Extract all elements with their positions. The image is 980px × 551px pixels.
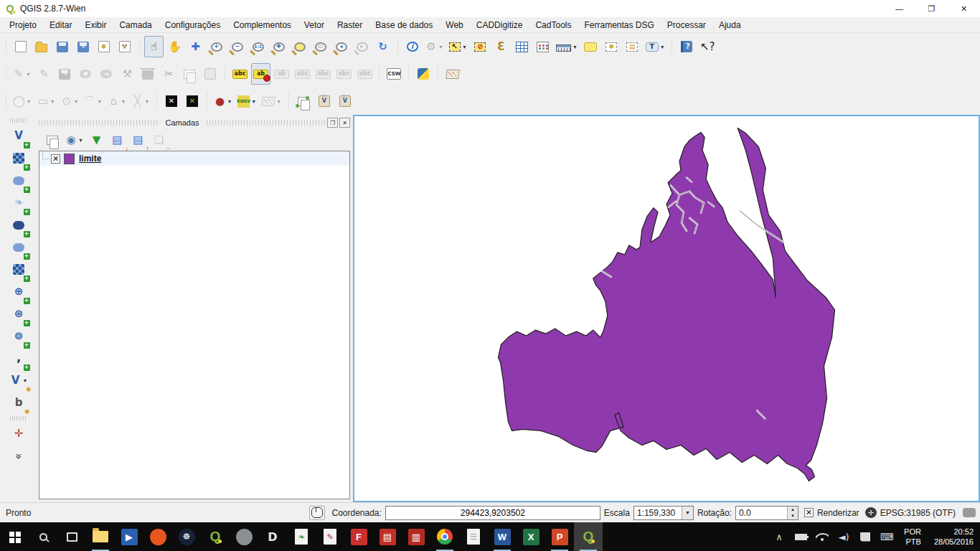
- manage-layer-visibility-button[interactable]: ◉▼: [63, 129, 85, 151]
- new-shapefile-layer-dropdown-icon[interactable]: ▼: [23, 378, 28, 383]
- add-spatialite-layer-button[interactable]: ❧+: [9, 192, 29, 214]
- rotation-up-icon[interactable]: ▲: [788, 507, 798, 513]
- touch-zoom-and-pan-button[interactable]: ☝: [144, 36, 164, 57]
- show-bookmarks-button[interactable]: ▤: [623, 36, 642, 57]
- zoom-native-resolution-button[interactable]: 1:1: [248, 36, 268, 57]
- draftsight[interactable]: D: [258, 522, 287, 551]
- panel-float-icon[interactable]: ❐: [327, 118, 338, 128]
- menu-base-de-dados[interactable]: Base de dados: [369, 19, 439, 32]
- tray-chevron[interactable]: ∧: [768, 532, 790, 542]
- add-delimited-text-layer-button[interactable]: ,+: [9, 347, 29, 369]
- render-checkbox[interactable]: ✕: [804, 508, 814, 517]
- composer-manager-button[interactable]: ⚒: [115, 36, 134, 57]
- tray-battery[interactable]: [790, 534, 811, 540]
- tray-keyboard[interactable]: ⌨: [876, 532, 897, 542]
- dsg-map-tool-button[interactable]: [443, 63, 463, 85]
- scale-dropdown-icon[interactable]: ▼: [682, 507, 693, 519]
- caddigitize-rectangle-tool-dropdown-icon[interactable]: ▼: [50, 99, 55, 104]
- coordinate-capture-button[interactable]: [309, 506, 325, 520]
- tray-volume[interactable]: ◄): [833, 532, 854, 542]
- layer-labeling-options-button[interactable]: abc: [230, 63, 250, 85]
- menu-vetor[interactable]: Vetor: [298, 19, 331, 32]
- ms-word[interactable]: W: [488, 522, 517, 551]
- rotation-down-icon[interactable]: ▼: [788, 513, 798, 519]
- messages-icon[interactable]: [963, 508, 976, 517]
- add-postgis-layer-button[interactable]: +: [9, 169, 29, 192]
- csw-metasearch-button[interactable]: CSW: [385, 63, 404, 85]
- layer-item-limite[interactable]: ✕ limite: [39, 151, 349, 166]
- close-button[interactable]: ✕: [948, 0, 980, 17]
- caddigitize-ellipse-tool-dropdown-icon[interactable]: ▼: [74, 99, 79, 104]
- dsg-style-tool-button[interactable]: ●▼: [212, 90, 234, 112]
- zoom-to-layer-button[interactable]: ▭: [311, 36, 330, 57]
- collapse-all-button[interactable]: ▤↑: [128, 129, 148, 151]
- layer-visibility-checkbox[interactable]: ✕: [51, 154, 60, 164]
- refresh-map-button[interactable]: ↻: [373, 36, 392, 57]
- cadtools-construction-1-button[interactable]: ✕: [161, 90, 181, 112]
- menu-projeto[interactable]: Projeto: [3, 19, 43, 32]
- select-features-button[interactable]: ↖▼: [447, 36, 469, 57]
- menu-cadtools[interactable]: CadTools: [529, 19, 578, 32]
- search-button[interactable]: [29, 522, 57, 551]
- map-tips-button[interactable]: [581, 36, 600, 57]
- panel-close-icon[interactable]: ✕: [339, 118, 350, 128]
- google-earth-pro[interactable]: [230, 522, 258, 551]
- rotation-spinner[interactable]: 0.0 ▲▼: [735, 506, 798, 520]
- foxit-reader[interactable]: F: [344, 522, 373, 551]
- menu-editar[interactable]: Editar: [43, 19, 78, 32]
- dsg-style-tool-dropdown-icon[interactable]: ▼: [227, 99, 232, 104]
- menu-ferramentas-dsg[interactable]: Ferramentas DSG: [578, 19, 660, 32]
- menu-processar[interactable]: Processar: [661, 19, 712, 32]
- scale-combo[interactable]: 1:159,330 ▼: [633, 506, 694, 520]
- restore-button[interactable]: ❐: [915, 0, 948, 17]
- task-view-button[interactable]: [57, 522, 86, 551]
- menu-raster[interactable]: Raster: [331, 19, 369, 32]
- menu-configura-es[interactable]: Configurações: [159, 19, 227, 32]
- menu-caddigitize[interactable]: CADDigitize: [470, 19, 529, 32]
- qgis-desktop[interactable]: Q: [201, 522, 230, 551]
- add-raster-layer-button[interactable]: +: [9, 147, 29, 169]
- text-annotation-dropdown-icon[interactable]: ▼: [660, 44, 665, 50]
- new-spatialite-layer-button[interactable]: b✱: [9, 392, 29, 414]
- run-feature-action-dropdown-icon[interactable]: ▼: [438, 44, 443, 50]
- movies-tv[interactable]: ▶: [115, 522, 143, 551]
- filter-legend-button[interactable]: ▼: [87, 129, 106, 151]
- measure-line-button[interactable]: ▼: [554, 36, 580, 57]
- menu-camada[interactable]: Camada: [113, 19, 158, 32]
- menu-web[interactable]: Web: [439, 19, 469, 32]
- minimize-button[interactable]: —: [883, 0, 915, 17]
- deselect-features-button[interactable]: ⊘: [471, 36, 490, 57]
- clipboard-vertex-tool-1-button[interactable]: V: [314, 90, 334, 112]
- crs-status[interactable]: ✛ EPSG:31985 (OTF): [865, 507, 956, 518]
- coordinate-input[interactable]: [385, 506, 600, 520]
- copy-paste-features-tool-button[interactable]: [293, 90, 313, 112]
- layers-panel-titlebar[interactable]: Camadas ❐ ✕: [39, 116, 350, 129]
- new-shapefile-layer-button[interactable]: V✱▼: [8, 369, 30, 392]
- notepad[interactable]: ☰: [459, 522, 488, 551]
- zoom-in-button[interactable]: +: [207, 36, 226, 57]
- start-button[interactable]: [0, 522, 29, 551]
- add-mssql-layer-button[interactable]: +: [9, 214, 29, 236]
- add-wcs-layer-button[interactable]: ⊛+: [9, 303, 29, 325]
- help-contents-button[interactable]: ?: [677, 36, 697, 57]
- render-toggle[interactable]: ✕ Renderizar: [804, 508, 859, 518]
- measure-line-dropdown-icon[interactable]: ▼: [573, 44, 578, 50]
- open-attribute-table-button[interactable]: [512, 36, 532, 57]
- google-chrome[interactable]: [430, 522, 459, 551]
- dsg-image-tool-dropdown-icon[interactable]: ▼: [276, 99, 281, 104]
- current-edits-dropdown-icon[interactable]: ▼: [26, 72, 31, 77]
- ms-powerpoint[interactable]: P: [545, 522, 574, 551]
- zoom-out-button[interactable]: −: [227, 36, 247, 57]
- origin[interactable]: [143, 522, 172, 551]
- add-oracle-georaster-layer-button[interactable]: +: [9, 258, 29, 281]
- save-project-button[interactable]: [52, 36, 72, 57]
- open-project-button[interactable]: [32, 36, 51, 57]
- numerical-digitize-button[interactable]: ✛: [9, 423, 29, 445]
- tray-clock[interactable]: 20:52 28/05/2016: [928, 522, 980, 551]
- edgv-tool-button[interactable]: EDGV▼: [235, 90, 258, 112]
- edgv-tool-dropdown-icon[interactable]: ▼: [251, 99, 256, 104]
- cadtools-line-tool-dropdown-icon[interactable]: ▼: [144, 99, 149, 104]
- zoom-full-button[interactable]: ✚: [269, 36, 288, 57]
- python-console-button[interactable]: [414, 63, 433, 85]
- add-wms-layer-button[interactable]: ⊕+: [9, 281, 29, 303]
